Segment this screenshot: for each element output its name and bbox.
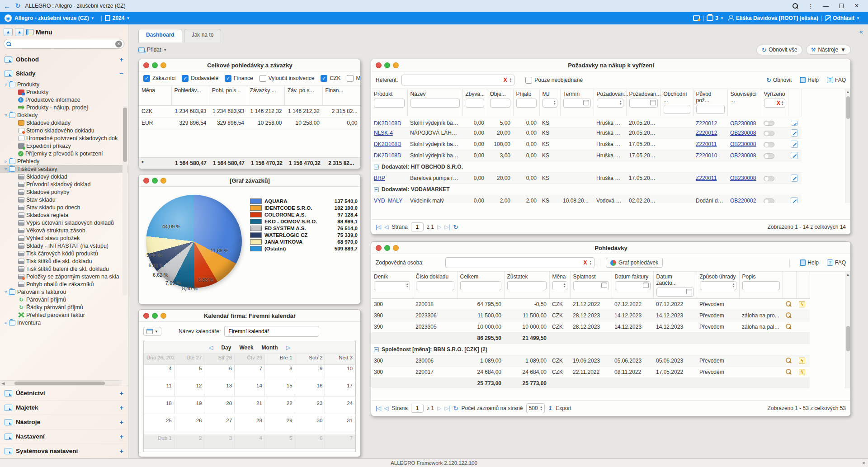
filter-input[interactable] <box>410 99 460 108</box>
column-header[interactable]: Datum zaúčto... <box>653 272 697 299</box>
page-input[interactable] <box>411 222 424 231</box>
checkbox-z-kazn-ci[interactable]: ✓Zákazníci <box>143 75 175 82</box>
referent-input[interactable] <box>405 77 500 83</box>
edit-icon[interactable] <box>791 175 798 182</box>
filter-input[interactable] <box>664 105 690 114</box>
collapse-group-icon[interactable]: − <box>374 187 379 192</box>
tree-item[interactable]: ▿Párování s fakturou <box>0 288 128 296</box>
sidebar-section-nastaven-[interactable]: Nastavení+ <box>0 429 128 444</box>
table-row[interactable]: NLSK-4NÁPOJOVÁ LÁHEV ...0,0020,000,00KSH… <box>371 127 802 139</box>
detail-search-icon[interactable] <box>785 324 792 330</box>
filter-input[interactable] <box>516 99 537 108</box>
column-header[interactable]: Popis <box>739 272 783 299</box>
tree-item[interactable]: ▿Tiskové sestavy <box>0 165 128 173</box>
filter-input[interactable] <box>374 99 405 108</box>
column-header[interactable]: Zůstatek <box>504 272 549 299</box>
filter-input[interactable] <box>460 281 501 290</box>
done-toggle[interactable] <box>764 198 774 203</box>
view-day[interactable]: Day <box>221 344 231 351</box>
sidebar-vscrollbar[interactable] <box>123 106 127 296</box>
calendar-day-cell[interactable]: 30 <box>295 417 326 431</box>
user-name[interactable]: Eliška Davidová [ROOT] (eliska) <box>736 15 818 21</box>
refresh-all-button[interactable]: ↻ Obnovit vše <box>756 45 802 55</box>
column-header[interactable]: Celkem <box>457 272 504 299</box>
payment-flash-icon[interactable]: ϟ <box>799 369 805 375</box>
tree-item[interactable]: Expediční příkazy <box>0 142 128 150</box>
date-picker-icon[interactable] <box>583 100 589 105</box>
calendar-day-cell[interactable]: 7 <box>325 434 355 449</box>
product-link[interactable]: Z220010 <box>696 152 717 159</box>
detail-search-icon[interactable] <box>785 369 792 375</box>
per-page-select[interactable]: 500 ▴▾ <box>526 403 545 413</box>
product-link[interactable]: Z220011 <box>696 141 717 147</box>
product-link[interactable]: OB220002 <box>730 198 756 203</box>
prev-page-icon[interactable]: ◁ <box>384 224 388 230</box>
green-light-icon[interactable] <box>384 62 390 68</box>
calendar-day-cell[interactable]: 27 <box>204 417 235 431</box>
tree-item[interactable]: Průvodní skladový doklad <box>0 180 128 188</box>
spinner-icon[interactable]: ▴▾ <box>564 283 566 288</box>
green-light-icon[interactable] <box>152 62 158 68</box>
filter-input[interactable]: ▴▾ <box>542 99 557 108</box>
filter-input[interactable]: ▴▾ <box>552 281 567 290</box>
column-header[interactable] <box>796 272 810 299</box>
filter-input[interactable] <box>615 281 651 290</box>
calendar-day-cell[interactable]: 23 <box>295 400 326 414</box>
calendar-day-cell[interactable]: 3 <box>204 434 235 449</box>
column-header[interactable]: Přijato <box>513 89 539 116</box>
tree-item[interactable]: Hromadné potvrzení skladových dok <box>0 134 128 142</box>
tree-item[interactable]: Položky se záporným stavem na skla <box>0 273 128 280</box>
tree-item[interactable]: Stav skladu po dnech <box>0 203 128 211</box>
tree-item[interactable]: ✓Příjemky z převodů k potvrzení <box>0 150 128 157</box>
column-header[interactable]: Název <box>407 89 462 116</box>
first-page-icon[interactable]: |◁ <box>376 224 381 230</box>
collapse-group-icon[interactable]: − <box>374 165 379 170</box>
group-row[interactable]: −Dodavatel: VODAMARKET <box>371 184 802 195</box>
table-row[interactable]: 390202330510 000,0010 000,00CZK28.12.202… <box>371 321 810 333</box>
column-header[interactable] <box>788 89 802 116</box>
tree-item[interactable]: Skladové doklady <box>0 119 128 127</box>
view-month[interactable]: Month <box>262 344 278 351</box>
calendar-day-cell[interactable]: 31 <box>325 417 355 431</box>
tree-item[interactable]: Skladové pohyby <box>0 188 128 196</box>
product-link[interactable]: Z220011 <box>696 175 717 181</box>
sidebar-section-n-stroje[interactable]: Nástroje+ <box>0 415 128 429</box>
red-light-icon[interactable] <box>376 62 382 68</box>
red-light-icon[interactable] <box>143 178 149 184</box>
edit-icon[interactable] <box>791 197 798 203</box>
minimize-button[interactable]: — <box>818 0 834 12</box>
tree-item[interactable]: Tisk čárových kódů produktů <box>0 250 128 257</box>
tree-item[interactable]: ↻Řádky párování příjmů <box>0 303 128 311</box>
column-header[interactable]: Požadován...▴▾ <box>594 89 626 116</box>
edit-icon[interactable] <box>791 141 798 148</box>
column-header[interactable]: Deník▴▾ <box>371 272 413 299</box>
red-light-icon[interactable] <box>143 313 149 319</box>
tools-button[interactable]: ⚒ Nástroje ▼ <box>806 45 851 55</box>
page-input[interactable] <box>411 404 424 413</box>
table-row[interactable]: 390202330611 500,0011 500,00CZK28.12.202… <box>371 310 810 321</box>
filter-input[interactable]: ▴▾ <box>700 281 736 290</box>
done-toggle[interactable] <box>764 131 774 136</box>
refresh-icon[interactable]: ↻ <box>453 224 458 231</box>
messages-count[interactable]: 3 <box>715 15 718 21</box>
filter-input[interactable] <box>573 281 609 290</box>
checkbox-vylou-it-insolvence[interactable]: Vyloučit insolvence <box>259 75 315 82</box>
tree-item[interactable]: Výhled stavu položek <box>0 234 128 242</box>
calendar-day-cell[interactable]: 25 <box>144 417 175 431</box>
calendar-day-cell[interactable]: 22 <box>265 400 295 414</box>
edit-icon[interactable] <box>791 129 798 137</box>
column-header[interactable]: Měna <box>139 85 171 105</box>
calendar-day-cell[interactable]: 9 <box>295 365 326 379</box>
payment-flash-icon[interactable]: ϟ <box>799 301 805 307</box>
tree-item[interactable]: Výpis účtování skladových dokladů <box>0 219 128 226</box>
yellow-light-icon[interactable] <box>393 62 399 68</box>
spinner-icon[interactable]: ▴▾ <box>733 283 735 288</box>
filter-input[interactable] <box>416 281 454 290</box>
calendar-day-cell[interactable]: 10 <box>325 365 355 379</box>
tree-item[interactable]: ▿Doklady <box>0 111 128 119</box>
green-light-icon[interactable] <box>152 313 158 319</box>
calendar-day-cell[interactable]: 5 <box>175 365 205 379</box>
detail-search-icon[interactable] <box>785 312 792 319</box>
tree-item[interactable]: Sklady - INTRASTAT (na vstupu) <box>0 242 128 250</box>
table-row[interactable]: CZK1 234 683,931 234 683,931 146 212,321… <box>139 105 360 117</box>
